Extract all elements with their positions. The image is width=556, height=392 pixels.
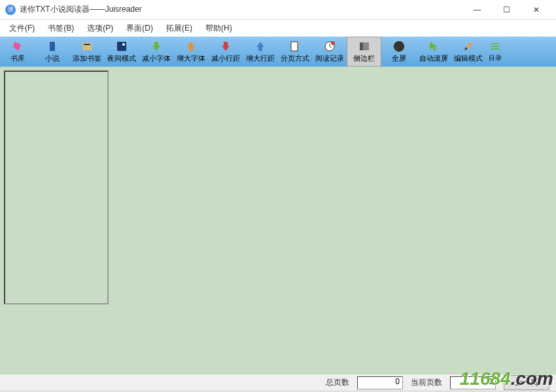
window-title: 迷你TXT小说阅读器——Juisreader: [20, 4, 462, 15]
library-icon: [12, 41, 24, 52]
close-button[interactable]: ✕: [521, 0, 551, 20]
dec-line-label: 减小行距: [211, 54, 240, 63]
menu-help[interactable]: 帮助(H): [199, 20, 239, 37]
radiation-icon: [393, 41, 405, 52]
menu-bookmark[interactable]: 书签(B): [41, 20, 80, 37]
night-mode-label: 夜间模式: [107, 54, 136, 63]
edit-mode-label: 编辑模式: [454, 54, 483, 63]
svg-rect-13: [491, 46, 499, 47]
app-icon: 迷: [5, 5, 16, 15]
page-mode-label: 分页方式: [281, 54, 309, 63]
read-history-label: 阅读记录: [315, 54, 344, 63]
dec-font-label: 减小字体: [142, 54, 171, 63]
pencil-icon: [462, 41, 474, 52]
inc-font-label: 增大字体: [177, 54, 205, 63]
arrow-up-blue-icon: [254, 41, 266, 52]
clock-icon: [324, 41, 336, 52]
menu-interface[interactable]: 界面(D): [120, 20, 160, 37]
library-label: 书库: [10, 54, 25, 63]
bookmark-icon: [81, 41, 93, 52]
sidebar-label: 侧边栏: [353, 54, 375, 63]
inc-font-button[interactable]: 增大字体: [173, 37, 208, 67]
pager-bar: 总页数 0 当前页数 0 上一页: [0, 374, 556, 391]
sidebar-icon: [358, 41, 370, 52]
library-button[interactable]: 书库: [0, 37, 35, 67]
arrow-down-green-icon: [150, 41, 162, 52]
novel-icon: [46, 41, 58, 52]
svg-rect-2: [84, 44, 90, 45]
menu-extension[interactable]: 拓展(E): [160, 20, 199, 37]
total-pages-value: 0: [357, 376, 403, 389]
list-icon: [489, 41, 501, 52]
svg-rect-1: [82, 42, 92, 50]
auto-scroll-button[interactable]: 自动滚屏: [416, 37, 451, 67]
inc-line-button[interactable]: 增大行距: [243, 37, 277, 67]
reading-panel[interactable]: [110, 69, 553, 371]
night-mode-button[interactable]: 夜间模式: [104, 37, 139, 67]
catalog-button[interactable]: 目录: [485, 37, 505, 67]
read-history-button[interactable]: 阅读记录: [312, 37, 347, 67]
novel-label: 小说: [45, 54, 60, 63]
page-icon: [289, 41, 301, 52]
svg-rect-12: [491, 43, 499, 44]
fullscreen-button[interactable]: 全屏: [381, 37, 416, 67]
svg-point-4: [122, 43, 125, 46]
current-page-value: 0: [450, 376, 496, 389]
window-controls: — ☐ ✕: [462, 0, 551, 20]
maximize-button[interactable]: ☐: [492, 0, 521, 20]
dec-line-button[interactable]: 减小行距: [208, 37, 243, 67]
page-mode-button[interactable]: 分页方式: [277, 37, 312, 67]
add-bookmark-label: 添加书签: [73, 54, 101, 63]
arrow-up-orange-icon: [185, 41, 197, 52]
svg-point-7: [331, 41, 335, 45]
sidebar-button[interactable]: 侧边栏: [347, 37, 381, 67]
arrow-down-red-icon: [220, 41, 232, 52]
titlebar: 迷 迷你TXT小说阅读器——Juisreader — ☐ ✕: [0, 0, 556, 20]
total-pages-label: 总页数: [326, 377, 349, 388]
minimize-button[interactable]: —: [462, 0, 492, 20]
novel-button[interactable]: 小说: [35, 37, 69, 67]
edit-mode-button[interactable]: 编辑模式: [451, 37, 485, 67]
sidebar-panel[interactable]: [4, 71, 109, 304]
cursor-icon: [428, 41, 440, 52]
auto-scroll-label: 自动滚屏: [419, 54, 448, 63]
current-page-label: 当前页数: [411, 377, 442, 388]
add-bookmark-button[interactable]: 添加书签: [69, 37, 104, 67]
toolbar: 书库 小说 添加书签 夜间模式 减小字体 增大字体 减小行距 增大行距 分页方式…: [0, 37, 556, 67]
fullscreen-label: 全屏: [392, 54, 406, 63]
svg-rect-5: [291, 42, 298, 51]
content-area: [0, 67, 556, 374]
menu-options[interactable]: 选项(P): [80, 20, 120, 37]
menubar: 文件(F) 书签(B) 选项(P) 界面(D) 拓展(E) 帮助(H): [0, 20, 556, 37]
svg-point-11: [398, 45, 400, 48]
dec-font-button[interactable]: 减小字体: [139, 37, 173, 67]
svg-rect-9: [360, 42, 363, 50]
inc-line-label: 增大行距: [246, 54, 275, 63]
night-icon: [116, 41, 128, 52]
svg-rect-3: [117, 42, 126, 51]
prev-page-button[interactable]: 上一页: [504, 375, 549, 390]
svg-rect-0: [50, 42, 55, 51]
svg-rect-14: [491, 48, 499, 50]
menu-file[interactable]: 文件(F): [3, 20, 41, 37]
catalog-label: 目录: [489, 54, 502, 63]
